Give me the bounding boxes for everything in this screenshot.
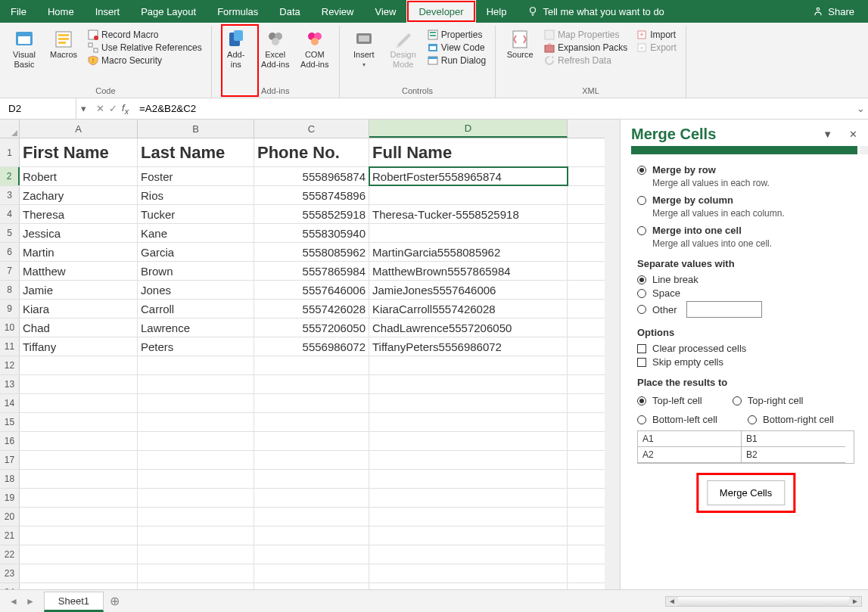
refresh-data-icon [544, 55, 555, 66]
run-dialog-icon [428, 55, 438, 66]
source-icon [509, 29, 530, 50]
export-button[interactable]: Export [633, 42, 680, 54]
excel-addins-label: Excel Add-ins [261, 50, 289, 70]
use-relative-label: Use Relative References [101, 42, 202, 53]
svg-point-17 [272, 38, 279, 45]
svg-point-1 [817, 8, 820, 11]
view-code-icon [428, 42, 438, 53]
svg-rect-10 [89, 43, 92, 47]
expansion-packs-icon [544, 42, 555, 53]
import-button[interactable]: Import [633, 29, 679, 41]
properties-label: Properties [441, 30, 483, 40]
macros-label: Macros [50, 50, 77, 60]
tab-review[interactable]: Review [311, 0, 365, 23]
refresh-data-label: Refresh Data [558, 55, 611, 66]
name-box-dropdown[interactable]: ▾ [76, 103, 90, 114]
svg-rect-31 [545, 30, 554, 39]
tab-formulas[interactable]: Formulas [207, 0, 269, 23]
svg-rect-11 [94, 48, 98, 52]
tab-developer[interactable]: Developer [406, 0, 475, 23]
group-code-label: Code [95, 86, 115, 98]
export-label: Export [650, 42, 677, 53]
record-macro-icon [88, 30, 98, 40]
expansion-packs-label: Expansion Packs [558, 42, 627, 53]
map-properties-button[interactable]: Map Properties [541, 29, 622, 41]
import-icon [636, 30, 647, 40]
run-dialog-button[interactable]: Run Dialog [425, 54, 489, 67]
tab-insert[interactable]: Insert [85, 0, 131, 23]
insert-control-label: Insert [353, 50, 375, 60]
macro-security-button[interactable]: !Macro Security [85, 54, 165, 67]
com-addins-icon [304, 29, 325, 50]
use-relative-references-button[interactable]: Use Relative References [85, 42, 205, 54]
macros-icon [53, 29, 74, 50]
com-addins-button[interactable]: COM Add-ins [297, 26, 333, 73]
tab-file[interactable]: File [0, 0, 37, 23]
tab-help[interactable]: Help [476, 0, 518, 23]
tell-me-search[interactable]: Tell me what you want to do [517, 0, 674, 23]
share-icon [813, 6, 823, 17]
svg-text:!: ! [92, 57, 95, 64]
svg-rect-6 [58, 38, 69, 40]
map-properties-icon [544, 30, 555, 40]
enter-formula-icon[interactable]: ✓ [109, 103, 117, 114]
expansion-packs-button[interactable]: Expansion Packs [541, 42, 630, 54]
source-button[interactable]: Source [502, 26, 538, 63]
name-box[interactable] [4, 98, 76, 119]
formula-bar[interactable] [135, 98, 853, 119]
macros-button[interactable]: Macros [45, 26, 82, 63]
refresh-data-button[interactable]: Refresh Data [541, 54, 614, 67]
fx-icon[interactable]: fx [122, 102, 129, 116]
insert-control-button[interactable]: Insert ▾ [346, 26, 382, 73]
cancel-formula-icon[interactable]: ✕ [96, 103, 104, 114]
macro-security-icon: ! [88, 55, 98, 66]
svg-rect-3 [18, 36, 30, 44]
group-addins: Add- ins Excel Add-ins COM Add-ins Add-i… [212, 26, 340, 98]
record-macro-button[interactable]: Record Macro [85, 29, 161, 41]
addins-icon [226, 29, 247, 50]
map-properties-label: Map Properties [558, 30, 619, 40]
chevron-down-icon: ▾ [362, 60, 366, 70]
lightbulb-icon [527, 6, 538, 17]
share-label: Share [828, 6, 854, 17]
source-label: Source [507, 50, 534, 60]
excel-addins-icon [265, 29, 286, 50]
share-button[interactable]: Share [799, 0, 868, 23]
svg-point-9 [94, 36, 98, 40]
svg-rect-24 [430, 32, 436, 33]
tab-page-layout[interactable]: Page Layout [130, 0, 207, 23]
group-code: Visual Basic Macros Record Macro Use Rel… [0, 26, 212, 98]
group-controls: Insert ▾ Design Mode Properties View Cod… [340, 26, 496, 98]
group-controls-label: Controls [402, 86, 433, 98]
visual-basic-icon [14, 29, 35, 50]
svg-rect-22 [359, 36, 369, 42]
view-code-label: View Code [441, 42, 485, 53]
svg-rect-7 [58, 42, 66, 44]
formula-bar-row: ▾ ✕ ✓ fx ⌄ [0, 98, 868, 120]
addins-label: Add- ins [227, 50, 244, 70]
export-icon [636, 42, 647, 53]
svg-point-0 [530, 8, 536, 13]
group-addins-label: Add-ins [261, 86, 289, 98]
svg-rect-5 [58, 34, 69, 36]
tab-home[interactable]: Home [37, 0, 85, 23]
design-mode-button[interactable]: Design Mode [385, 26, 422, 73]
formula-bar-expand[interactable]: ⌄ [853, 103, 868, 114]
svg-point-20 [311, 38, 319, 45]
use-relative-icon [88, 42, 98, 53]
ribbon-tabs: File Home Insert Page Layout Formulas Da… [0, 0, 868, 23]
visual-basic-label: Visual Basic [13, 50, 36, 70]
com-addins-label: COM Add-ins [300, 50, 328, 70]
macro-security-label: Macro Security [101, 55, 162, 66]
view-code-button[interactable]: View Code [425, 42, 488, 54]
svg-rect-25 [430, 35, 436, 36]
svg-rect-27 [430, 46, 436, 50]
excel-addins-button[interactable]: Excel Add-ins [257, 26, 294, 73]
properties-button[interactable]: Properties [425, 29, 486, 41]
group-xml: Source Map Properties Expansion Packs Re… [496, 26, 686, 98]
visual-basic-button[interactable]: Visual Basic [6, 26, 42, 73]
tab-view[interactable]: View [364, 0, 406, 23]
addins-button[interactable]: Add- ins [218, 26, 254, 73]
tell-me-label: Tell me what you want to do [543, 6, 664, 17]
tab-data[interactable]: Data [269, 0, 310, 23]
